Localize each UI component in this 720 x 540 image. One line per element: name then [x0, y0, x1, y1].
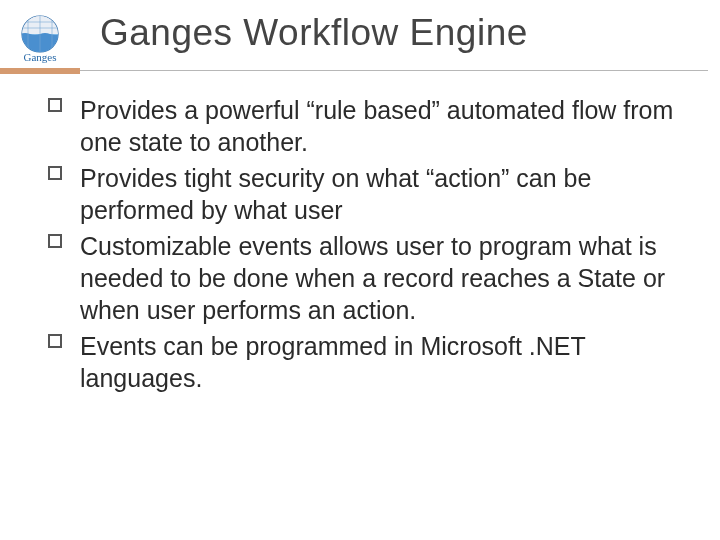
title-rule: [0, 68, 720, 74]
bullet-text: Provides tight security on what “action”…: [80, 164, 591, 224]
title-rule-accent: [0, 68, 80, 74]
list-item: Provides tight security on what “action”…: [48, 162, 680, 226]
bullet-square-icon: [48, 166, 62, 180]
bullet-text: Customizable events allows user to progr…: [80, 232, 665, 324]
list-item: Provides a powerful “rule based” automat…: [48, 94, 680, 158]
bullet-square-icon: [48, 98, 62, 112]
bullet-square-icon: [48, 334, 62, 348]
title-rule-line: [80, 70, 708, 71]
bullet-text: Provides a powerful “rule based” automat…: [80, 96, 673, 156]
bullet-text: Events can be programmed in Microsoft .N…: [80, 332, 585, 392]
slide-title: Ganges Workflow Engine: [100, 12, 528, 54]
slide-body: Provides a powerful “rule based” automat…: [48, 94, 680, 398]
ganges-logo-icon: Ganges: [12, 10, 68, 66]
bullet-square-icon: [48, 234, 62, 248]
bullet-list: Provides a powerful “rule based” automat…: [48, 94, 680, 394]
slide: Ganges Ganges Workflow Engine Provides a…: [0, 0, 720, 540]
logo-text: Ganges: [24, 51, 57, 63]
list-item: Events can be programmed in Microsoft .N…: [48, 330, 680, 394]
list-item: Customizable events allows user to progr…: [48, 230, 680, 326]
